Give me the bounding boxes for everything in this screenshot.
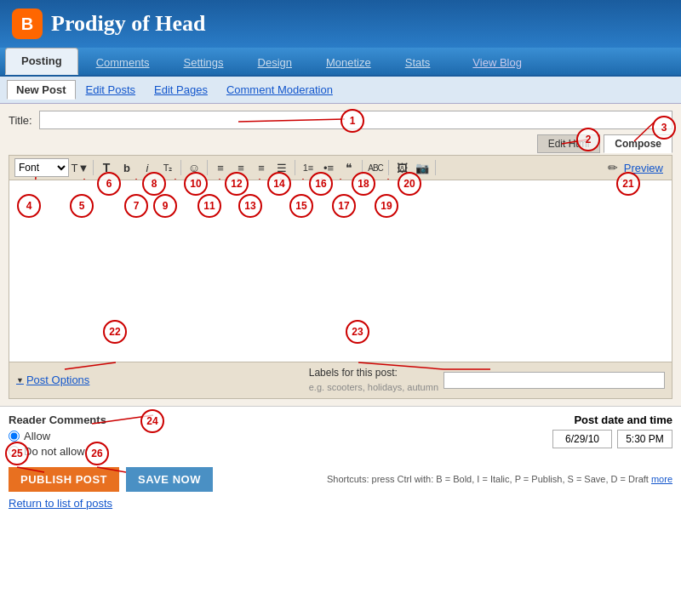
post-options-left: ▼ Post Options	[16, 374, 89, 386]
font-size-btn[interactable]: T▼	[71, 158, 89, 177]
deny-label: Do not allow	[24, 445, 85, 458]
blockquote-btn[interactable]: ❝	[340, 158, 358, 177]
header: B Prodigy of Head	[0, 0, 681, 48]
nav-comments[interactable]: Comments	[80, 49, 166, 75]
divider-2	[180, 160, 181, 175]
bottom-section: Reader Comments Allow Do not allow 24 Po…	[0, 406, 681, 516]
allow-radio-row: Allow	[9, 430, 106, 442]
reader-comments-title: Reader Comments	[9, 414, 106, 426]
sub-nav: New Post Edit Posts Edit Pages Comment M…	[0, 77, 681, 104]
divider-7	[435, 160, 436, 175]
labels-hint: e.g. scooters, holidays, autumn	[309, 382, 438, 392]
subnav-edit-pages[interactable]: Edit Pages	[146, 81, 216, 99]
divider-3	[207, 160, 208, 175]
labels-title: Labels for this post: e.g. scooters, hol…	[309, 366, 438, 395]
spellcheck-btn[interactable]: ABC	[366, 158, 385, 177]
shortcuts-text: Shortcuts: press Ctrl with: B = Bold, I …	[327, 474, 672, 484]
unordered-list-btn[interactable]: •≡	[319, 158, 338, 177]
edit-html-tab[interactable]: Edit Html	[537, 134, 601, 153]
ordered-list-btn[interactable]: 1≡	[299, 158, 318, 177]
time-input[interactable]	[617, 430, 672, 448]
insert-image-btn[interactable]: 🖼	[392, 158, 411, 177]
subnav-edit-posts[interactable]: Edit Posts	[77, 81, 145, 99]
deny-radio[interactable]	[9, 446, 20, 457]
content-area: Title: 1 2 Edit Html 3 Compose Font T▼	[0, 104, 681, 406]
title-row: Title:	[9, 111, 672, 129]
bold-btn[interactable]: b	[117, 158, 136, 177]
return-link[interactable]: Return to list of posts	[9, 497, 112, 510]
compose-tab[interactable]: Compose	[604, 134, 672, 153]
subnav-new-post[interactable]: New Post	[7, 80, 76, 100]
italic-btn[interactable]: i	[138, 158, 157, 177]
nav-view-blog[interactable]: View Blog	[456, 49, 538, 75]
nav-stats[interactable]: Stats	[389, 49, 447, 75]
subnav-comment-moderation[interactable]: Comment Moderation	[218, 81, 341, 99]
date-input[interactable]	[552, 430, 612, 448]
divider-6	[388, 160, 389, 175]
editor-textarea[interactable]	[9, 180, 672, 359]
triangle-icon: ▼	[16, 376, 24, 385]
shortcuts-more[interactable]: more	[651, 474, 672, 484]
deny-radio-row: Do not allow	[9, 445, 106, 458]
emoji-btn[interactable]: ☺	[185, 158, 203, 177]
divider-1	[93, 160, 94, 175]
nav-monetize[interactable]: Monetize	[310, 49, 387, 75]
toolbar-wrapper: Font T▼ T b i T₂ ☺ ≡ ≡ ≡ ☰	[9, 155, 672, 180]
nav-settings[interactable]: Settings	[168, 49, 240, 75]
labels-input[interactable]	[444, 372, 665, 389]
format-text-btn[interactable]: T	[97, 158, 116, 177]
allow-label: Allow	[24, 430, 50, 442]
post-options-label[interactable]: Post Options	[26, 374, 89, 386]
justify-btn[interactable]: ☰	[272, 158, 291, 177]
link-btn[interactable]: ✏	[604, 158, 622, 177]
preview-btn[interactable]: Preview	[624, 162, 667, 174]
nav-design[interactable]: Design	[242, 49, 308, 75]
post-date-title: Post date and time	[552, 414, 672, 426]
bottom-row: Reader Comments Allow Do not allow 24 Po…	[9, 414, 672, 460]
save-button[interactable]: SAVE NOW	[126, 467, 213, 492]
svg-line-21	[65, 362, 116, 369]
post-date-area: Post date and time	[552, 414, 672, 448]
allow-radio[interactable]	[9, 431, 20, 442]
subscript-btn[interactable]: T₂	[158, 158, 177, 177]
action-row: PUBLISH POST SAVE NOW Shortcuts: press C…	[9, 467, 672, 492]
post-options-toggle[interactable]: ▼ Post Options	[16, 374, 89, 386]
labels-area: Labels for this post: e.g. scooters, hol…	[309, 366, 665, 395]
title-label: Title:	[9, 114, 32, 127]
insert-video-btn[interactable]: 📷	[413, 158, 432, 177]
align-left-btn[interactable]: ≡	[211, 158, 230, 177]
site-title: Prodigy of Head	[51, 11, 206, 37]
editor-body[interactable]	[9, 180, 672, 362]
reader-comments: Reader Comments Allow Do not allow 24	[9, 414, 106, 460]
divider-4	[295, 160, 295, 175]
align-center-btn[interactable]: ≡	[232, 158, 250, 177]
blogger-logo: B	[12, 9, 43, 39]
publish-button[interactable]: PUBLISH POST	[9, 467, 119, 492]
main-nav: Posting Comments Settings Design Monetiz…	[0, 48, 681, 77]
post-options-row: ▼ Post Options Labels for this post: e.g…	[9, 362, 672, 399]
shortcuts-label: Shortcuts: press Ctrl with: B = Bold, I …	[327, 474, 649, 484]
align-right-btn[interactable]: ≡	[252, 158, 271, 177]
labels-title-text: Labels for this post:	[309, 367, 398, 379]
title-input[interactable]	[39, 111, 672, 129]
date-inputs	[552, 430, 672, 448]
nav-posting[interactable]: Posting	[5, 48, 78, 75]
toolbar: Font T▼ T b i T₂ ☺ ≡ ≡ ≡ ☰	[9, 155, 672, 180]
ann-24: 24	[140, 409, 164, 433]
font-select[interactable]: Font	[14, 158, 69, 177]
divider-5	[362, 160, 363, 175]
